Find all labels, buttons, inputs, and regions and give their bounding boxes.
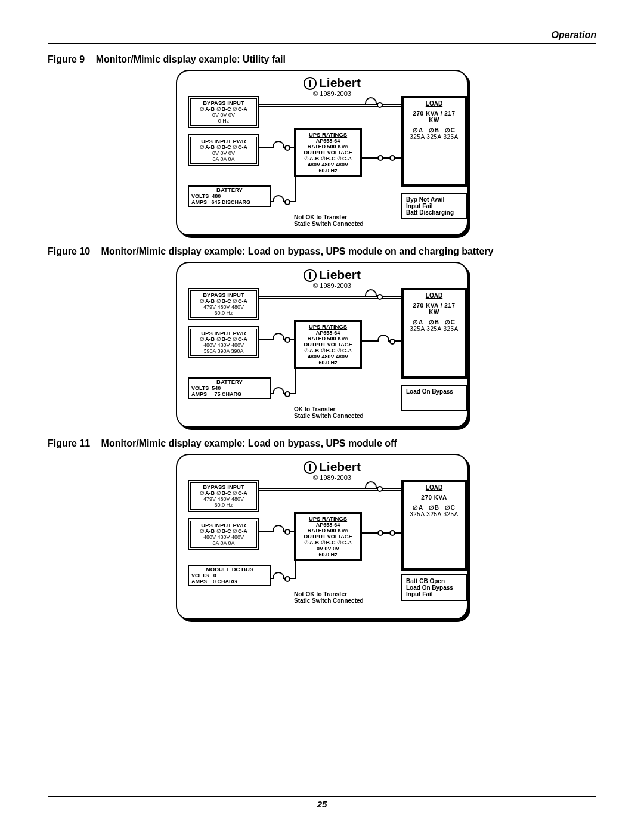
battery-box: BATTERY VOLTS 480 AMPS 645 DISCHARG	[188, 185, 271, 207]
bypass-input-box: BYPASS INPUT A-B B-C C-A 479V 480V 480V …	[188, 480, 259, 512]
bypass-input-box: BYPASS INPUT A-B B-C C-A 0V 0V 0V 0 Hz	[188, 96, 259, 128]
bottom-rule	[48, 796, 596, 797]
figure-9-number: Figure 9	[48, 54, 85, 64]
ups-ratings-box: UPS RATINGS AP658-64 RATED 500 KVA OUTPU…	[294, 320, 362, 369]
figure-9-caption: Figure 9 Monitor/Mimic display example: …	[48, 54, 596, 65]
section-header: Operation	[48, 30, 596, 41]
liebert-logo-icon	[304, 77, 317, 90]
load-box: LOAD 270 KVA A B C 325A 325A 325A	[401, 480, 467, 571]
figure-9-title: Monitor/Mimic display example: Utility f…	[96, 54, 286, 64]
bypass-input-box: BYPASS INPUT A-B B-C C-A 479V 480V 480V …	[188, 288, 259, 320]
ups-input-box: UPS INPUT PWR A-B B-C C-A 0V 0V 0V 0A 0A…	[188, 134, 259, 166]
figure-10-number: Figure 10	[48, 246, 90, 256]
ups-input-box: UPS INPUT PWR A-B B-C C-A 480V 480V 480V…	[188, 326, 259, 358]
page-number: 25	[48, 799, 596, 809]
transfer-status: Not OK to Transfer Static Switch Connect…	[294, 214, 364, 227]
figure-10-title: Monitor/Mimic display example: Load on b…	[101, 246, 494, 256]
brand-name: Liebert	[319, 76, 361, 90]
top-rule	[48, 43, 596, 44]
load-box: LOAD 270 KVA / 217 KW A B C 325A 325A 32…	[401, 96, 467, 187]
battery-box: BATTERY VOLTS 540 AMPS 75 CHARG	[188, 377, 271, 399]
status-box: Batt CB Open Load On Bypass Input Fail	[401, 574, 467, 601]
liebert-logo-icon	[304, 269, 317, 282]
figure-11-number: Figure 11	[48, 438, 90, 448]
figure-11-title: Monitor/Mimic display example: Load on b…	[101, 438, 397, 448]
panel-10: Liebert © 1989-2003	[176, 262, 468, 428]
transfer-status: OK to Transfer Static Switch Connected	[294, 406, 364, 419]
load-box: LOAD 270 KVA / 217 KW A B C 325A 325A 32…	[401, 288, 467, 379]
transfer-status: Not OK to Transfer Static Switch Connect…	[294, 591, 364, 604]
panel-9: Liebert © 1989-2003	[176, 70, 468, 236]
liebert-logo-icon	[304, 461, 317, 474]
figure-10-caption: Figure 10 Monitor/Mimic display example:…	[48, 246, 596, 257]
status-box: Byp Not Avail Input Fail Batt Dischargin…	[401, 193, 467, 219]
ups-ratings-box: UPS RATINGS AP658-64 RATED 500 KVA OUTPU…	[294, 512, 362, 561]
ups-ratings-box: UPS RATINGS AP658-64 RATED 500 KVA OUTPU…	[294, 128, 362, 177]
brand-copyright: © 1989-2003	[296, 90, 368, 97]
module-dc-bus-box: MODULE DC BUS VOLTS 0 AMPS 0 CHARG	[188, 565, 271, 586]
panel-11: Liebert © 1989-2003	[176, 454, 468, 620]
ups-input-box: UPS INPUT PWR A-B B-C C-A 480V 480V 480V…	[188, 518, 259, 550]
figure-11-caption: Figure 11 Monitor/Mimic display example:…	[48, 438, 596, 449]
status-box: Load On Bypass	[401, 385, 467, 411]
